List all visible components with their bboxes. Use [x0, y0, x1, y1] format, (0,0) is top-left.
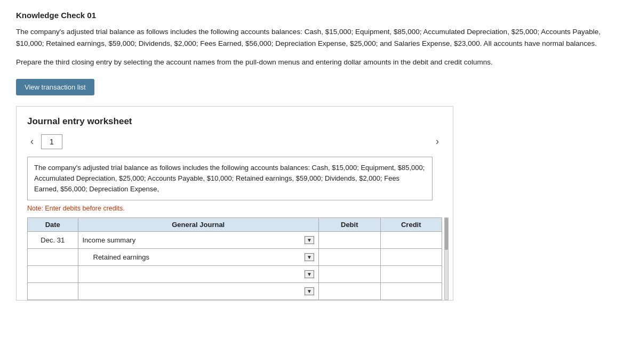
credit-cell-2[interactable] [380, 249, 442, 266]
table-row: ▼ [28, 283, 442, 300]
debit-input-1[interactable] [323, 236, 376, 244]
debit-input-2[interactable] [323, 253, 376, 261]
date-cell-4 [28, 283, 78, 300]
table-row: Dec. 31 Income summary ▼ [28, 232, 442, 249]
gj-cell-4: ▼ [78, 283, 319, 300]
credit-cell-4[interactable] [380, 283, 442, 300]
credit-input-2[interactable] [385, 253, 438, 261]
prev-page-button[interactable]: ‹ [27, 135, 37, 148]
note-text: Note: Enter debits before credits. [27, 205, 442, 212]
credit-input-4[interactable] [385, 287, 438, 295]
view-transaction-button[interactable]: View transaction list [16, 79, 94, 95]
dropdown-arrow-3[interactable]: ▼ [305, 270, 314, 278]
debit-cell-2[interactable] [319, 249, 381, 266]
debit-cell-1[interactable] [319, 232, 381, 249]
date-cell-1: Dec. 31 [28, 232, 78, 249]
col-header-general-journal: General Journal [78, 218, 319, 232]
credit-cell-3[interactable] [380, 266, 442, 283]
gj-cell-3: ▼ [78, 266, 319, 283]
col-header-credit: Credit [380, 218, 442, 232]
gj-row-empty-2: ▼ [78, 284, 319, 300]
table-wrapper: Date General Journal Debit Credit Dec. 3… [27, 217, 442, 300]
journal-table: Date General Journal Debit Credit Dec. 3… [27, 217, 442, 300]
gj-row-empty-1: ▼ [78, 266, 319, 282]
next-page-button[interactable]: › [433, 135, 442, 148]
scrollbar[interactable] [444, 217, 449, 300]
dropdown-arrow-4[interactable]: ▼ [305, 287, 314, 295]
intro-text: The company's adjusted trial balance as … [16, 26, 624, 49]
gj-row-income-summary: Income summary ▼ [78, 232, 319, 248]
debit-input-3[interactable] [323, 270, 376, 278]
gj-cell-1: Income summary ▼ [78, 232, 319, 249]
credit-input-3[interactable] [385, 270, 438, 278]
dropdown-arrow-1[interactable]: ▼ [305, 236, 314, 244]
description-box: The company's adjusted trial balance as … [27, 157, 433, 200]
credit-cell-1[interactable] [380, 232, 442, 249]
table-row: ▼ [28, 266, 442, 283]
gj-text-income-summary: Income summary [83, 236, 305, 244]
worksheet-container: Journal entry worksheet ‹ 1 › The compan… [16, 106, 453, 301]
col-header-date: Date [28, 218, 78, 232]
col-header-debit: Debit [319, 218, 381, 232]
dropdown-arrow-2[interactable]: ▼ [305, 253, 314, 261]
credit-input-1[interactable] [385, 236, 438, 244]
debit-cell-3[interactable] [319, 266, 381, 283]
scrollbar-thumb[interactable] [445, 218, 448, 250]
page-title: Knowledge Check 01 [16, 11, 624, 20]
date-cell-3 [28, 266, 78, 283]
table-row: Retained earnings ▼ [28, 249, 442, 266]
page-number-box: 1 [41, 134, 62, 149]
debit-cell-4[interactable] [319, 283, 381, 300]
debit-input-4[interactable] [323, 287, 376, 295]
worksheet-title: Journal entry worksheet [27, 116, 442, 127]
gj-row-retained-earnings: Retained earnings ▼ [78, 249, 319, 265]
gj-cell-2: Retained earnings ▼ [78, 249, 319, 266]
gj-text-retained-earnings: Retained earnings [83, 253, 305, 261]
nav-row: ‹ 1 › [27, 134, 442, 149]
date-cell-2 [28, 249, 78, 266]
instruction-text: Prepare the third closing entry by selec… [16, 56, 624, 68]
